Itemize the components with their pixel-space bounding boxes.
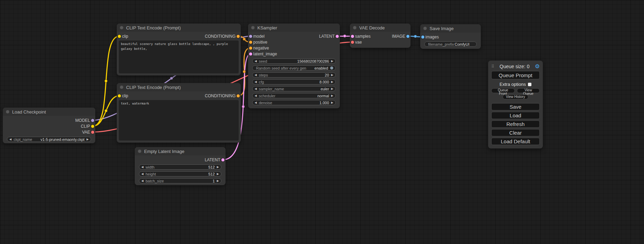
decrement-arrow-icon[interactable]: ◀: [141, 166, 143, 169]
increment-arrow-icon[interactable]: ▶: [331, 94, 333, 97]
toggle-on-icon[interactable]: [330, 66, 333, 70]
queue-front-button[interactable]: Queue Front: [491, 88, 515, 93]
decrement-arrow-icon[interactable]: ◀: [255, 74, 257, 76]
widget-steps[interactable]: ◀ steps 20 ▶: [252, 72, 336, 78]
widget-sampler-name[interactable]: ◀ sampler_name euler ▶: [252, 86, 336, 91]
slot-row: vae: [350, 39, 411, 45]
collapse-dot-icon[interactable]: [138, 150, 141, 153]
node-body: images filename_prefix ComfyUI: [420, 33, 481, 47]
input-slot-samples-dot[interactable]: [351, 35, 354, 38]
increment-arrow-icon[interactable]: ▶: [331, 60, 333, 63]
output-slot-label-latent: LATENT: [319, 34, 335, 39]
widget-label: ckpt_name: [14, 137, 32, 142]
widget-label: steps: [259, 73, 268, 77]
node-empty-latent-image[interactable]: Empty Latent Image LATENT ◀ width 512 ▶ …: [135, 147, 226, 185]
widget-seed[interactable]: ◀ seed 156680208700286 ▶: [252, 58, 336, 64]
queue-controls-row: Queue Front View Queue: [491, 88, 540, 93]
increment-arrow-icon[interactable]: ▶: [87, 138, 89, 141]
input-slot-clip-dot[interactable]: [118, 94, 121, 97]
node-vae-decode[interactable]: VAE Decode samples IMAGE vae: [350, 24, 411, 48]
load-default-button[interactable]: Load Default: [491, 138, 540, 145]
input-slot-positive-dot[interactable]: [249, 40, 252, 44]
increment-arrow-icon[interactable]: ▶: [217, 173, 219, 175]
increment-arrow-icon[interactable]: ▶: [331, 74, 333, 76]
output-slot-clip-dot[interactable]: [91, 125, 94, 128]
collapse-dot-icon[interactable]: [423, 27, 427, 30]
widget-denoise[interactable]: ◀ denoise 1.000 ▶: [252, 100, 336, 105]
save-button[interactable]: Save: [491, 103, 540, 110]
output-slot-image-dot[interactable]: [406, 35, 409, 38]
widget-width[interactable]: ◀ width 512 ▶: [139, 164, 221, 170]
decrement-arrow-icon[interactable]: ◀: [141, 180, 143, 182]
node-title-bar[interactable]: Save Image: [420, 24, 481, 33]
node-title-bar[interactable]: Empty Latent Image: [135, 147, 226, 155]
node-clip-text-encode-negative[interactable]: CLIP Text Encode (Prompt) clip CONDITION…: [117, 83, 241, 143]
collapse-dot-icon[interactable]: [120, 26, 123, 29]
input-slot-latent-image-dot[interactable]: [249, 52, 252, 55]
input-slot-images-dot[interactable]: [421, 35, 424, 38]
drag-handle-icon[interactable]: ⠿: [491, 64, 494, 69]
increment-arrow-icon[interactable]: ▶: [217, 180, 219, 182]
widget-scheduler[interactable]: ◀ scheduler normal ▶: [252, 93, 336, 98]
increment-arrow-icon[interactable]: ▶: [331, 81, 333, 83]
node-title-bar[interactable]: Load Checkpoint: [3, 108, 95, 116]
decrement-arrow-icon[interactable]: ◀: [141, 173, 143, 175]
node-body: clip CONDITIONING beautiful scenery natu…: [117, 32, 241, 73]
queue-prompt-button[interactable]: Queue Prompt: [491, 71, 540, 79]
node-title-bar[interactable]: CLIP Text Encode (Prompt): [117, 83, 241, 91]
output-slot-conditioning-dot[interactable]: [237, 94, 240, 97]
input-slot-negative-dot[interactable]: [249, 46, 252, 49]
widget-cfg[interactable]: ◀ cfg 8.000 ▶: [252, 79, 336, 84]
node-title-bar[interactable]: CLIP Text Encode (Prompt): [117, 24, 241, 32]
output-slot-latent-dot[interactable]: [221, 158, 224, 161]
decrement-arrow-icon[interactable]: ◀: [255, 94, 257, 97]
settings-gear-icon[interactable]: ⚙: [535, 64, 540, 69]
view-queue-button[interactable]: View Queue: [517, 88, 540, 93]
output-slot-latent-dot[interactable]: [336, 35, 339, 38]
widget-random-seed-toggle[interactable]: Random seed after every gen enabled: [252, 65, 336, 71]
widget-ckpt-name[interactable]: ◀ ckpt_name v1-5-pruned-emaonly.ckpt ▶: [7, 137, 91, 142]
decrement-arrow-icon[interactable]: ◀: [255, 60, 257, 63]
prompt-textarea[interactable]: text, watermark: [119, 100, 239, 141]
load-button[interactable]: Load: [491, 112, 540, 119]
clear-button[interactable]: Clear: [491, 129, 540, 136]
input-slot-model-dot[interactable]: [249, 35, 252, 38]
refresh-button[interactable]: Refresh: [491, 120, 540, 128]
collapse-dot-icon[interactable]: [353, 26, 356, 29]
input-slot-clip-dot[interactable]: [118, 35, 121, 38]
widget-batch-size[interactable]: ◀ batch_size 1 ▶: [139, 178, 221, 183]
slot-row: images: [420, 34, 481, 40]
view-history-button[interactable]: View History: [503, 94, 528, 99]
queue-size-label: Queue size: 0: [494, 64, 535, 69]
widget-filename-prefix[interactable]: filename_prefix ComfyUI: [424, 42, 477, 47]
collapse-dot-icon[interactable]: [251, 26, 255, 29]
collapse-dot-icon[interactable]: [120, 85, 123, 89]
input-slot-vae-dot[interactable]: [351, 40, 354, 44]
increment-arrow-icon[interactable]: ▶: [331, 101, 333, 104]
output-slot-model-dot[interactable]: [91, 119, 94, 122]
slot-row: MODEL: [3, 117, 95, 123]
output-slot-conditioning-dot[interactable]: [237, 35, 240, 38]
decrement-arrow-icon[interactable]: ◀: [255, 101, 257, 104]
wire-midpoint-dot: [243, 70, 246, 73]
node-title-bar[interactable]: VAE Decode: [350, 24, 411, 32]
node-title-bar[interactable]: KSampler: [248, 24, 340, 32]
decrement-arrow-icon[interactable]: ◀: [255, 88, 257, 90]
output-slot-vae-dot[interactable]: [91, 130, 94, 134]
widget-value: 512: [208, 165, 214, 169]
increment-arrow-icon[interactable]: ▶: [331, 88, 333, 90]
extra-options-checkbox[interactable]: [528, 83, 531, 86]
node-ksampler[interactable]: KSampler model LATENT positive negative …: [248, 24, 340, 108]
node-load-checkpoint[interactable]: Load Checkpoint MODEL CLIP VAE ◀ ckpt_na…: [3, 108, 95, 143]
increment-arrow-icon[interactable]: ▶: [217, 166, 219, 169]
node-clip-text-encode-positive[interactable]: CLIP Text Encode (Prompt) clip CONDITION…: [117, 24, 241, 75]
queue-menu[interactable]: ⠿ Queue size: 0 ⚙ Queue Prompt Extra opt…: [488, 61, 543, 148]
output-slot-label-conditioning: CONDITIONING: [205, 34, 236, 39]
node-title: Load Checkpoint: [12, 109, 46, 115]
widget-height[interactable]: ◀ height 512 ▶: [139, 171, 221, 177]
collapse-dot-icon[interactable]: [6, 110, 9, 114]
prompt-textarea[interactable]: beautiful scenery nature glass bottle la…: [119, 40, 239, 73]
decrement-arrow-icon[interactable]: ◀: [9, 138, 11, 141]
node-save-image[interactable]: Save Image images filename_prefix ComfyU…: [420, 24, 481, 49]
decrement-arrow-icon[interactable]: ◀: [255, 81, 257, 83]
